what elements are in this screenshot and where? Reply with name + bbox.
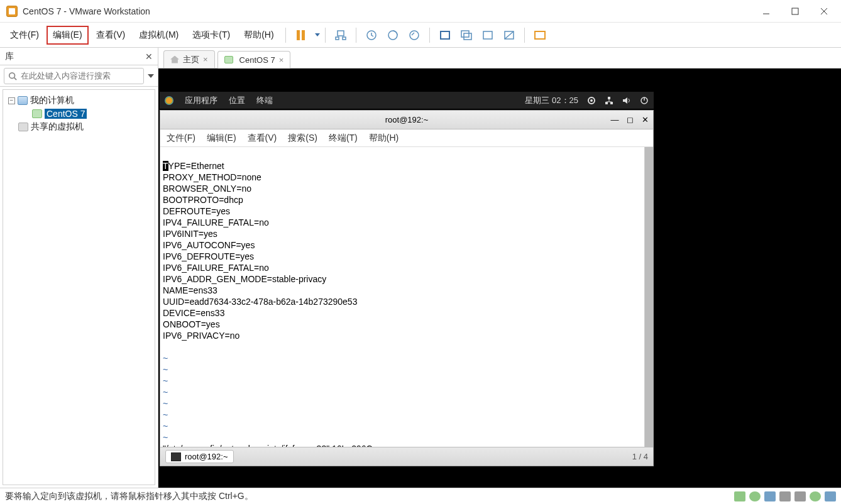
menu-tabs[interactable]: 选项卡(T) [186, 26, 236, 45]
terminal-close-button[interactable]: ✕ [640, 116, 649, 124]
tree-shared-label: 共享的虚拟机 [31, 121, 84, 133]
activities-icon[interactable] [165, 96, 173, 105]
shared-icon [18, 123, 28, 131]
tree-my-computer-label: 我的计算机 [30, 95, 74, 106]
svg-rect-4 [338, 31, 344, 36]
send-ctrl-alt-del-icon[interactable] [333, 28, 348, 43]
panel-datetime[interactable]: 星期三 02：25 [525, 95, 578, 106]
tray-usb-icon[interactable] [779, 491, 791, 501]
tray-printer-icon[interactable] [794, 491, 806, 501]
tray-cd-icon[interactable] [749, 491, 761, 501]
menu-vm[interactable]: 虚拟机(M) [133, 26, 185, 45]
snapshot-manager-icon[interactable] [385, 28, 400, 43]
tab-home[interactable]: 主页 × [163, 50, 215, 68]
library-title: 库 [5, 51, 14, 62]
stretch-icon[interactable] [480, 28, 495, 43]
tray-sound-icon[interactable] [810, 491, 821, 501]
menu-help[interactable]: 帮助(H) [238, 26, 280, 45]
unity-icon[interactable] [459, 28, 474, 43]
svg-point-22 [590, 99, 593, 102]
search-input-wrapper[interactable] [4, 68, 144, 84]
tray-display-icon[interactable] [825, 491, 836, 501]
term-menu-edit[interactable]: 编辑(E) [207, 133, 236, 144]
term-menu-help[interactable]: 帮助(H) [369, 133, 399, 144]
term-menu-search[interactable]: 搜索(S) [288, 133, 317, 144]
term-menu-file[interactable]: 文件(F) [167, 133, 195, 144]
volume-icon[interactable] [622, 96, 631, 105]
tab-centos[interactable]: CentOS 7 × [217, 51, 291, 68]
tab-bar: 主页 × CentOS 7 × [158, 48, 841, 68]
taskbar-item-terminal[interactable]: root@192:~ [165, 450, 234, 463]
minimize-button[interactable] [752, 0, 781, 23]
terminal-taskbar: root@192:~ 1 / 4 [160, 447, 653, 466]
tab-home-label: 主页 [183, 54, 199, 65]
terminal-content[interactable]: TYPE=Ethernet PROXY_METHOD=none BROWSER_… [160, 147, 653, 447]
power-icon[interactable] [640, 96, 649, 105]
record-icon[interactable] [587, 96, 596, 105]
tree-collapse-icon[interactable]: − [8, 97, 15, 104]
power-dropdown[interactable] [315, 33, 320, 36]
terminal-minimize-button[interactable]: — [610, 116, 619, 124]
svg-rect-1 [792, 8, 798, 14]
panel-terminal[interactable]: 终端 [256, 95, 273, 106]
tree-my-computer[interactable]: − 我的计算机 [6, 94, 152, 107]
terminal-title: root@192:~ [385, 115, 429, 124]
library-tree: − 我的计算机 CentOS 7 共享的虚拟机 [3, 89, 155, 485]
svg-rect-14 [483, 31, 492, 39]
status-tray [734, 491, 836, 501]
status-bar: 要将输入定向到该虚拟机，请将鼠标指针移入其中或按 Ctrl+G。 [0, 488, 841, 504]
home-icon [170, 56, 179, 63]
tree-item-centos[interactable]: CentOS 7 [6, 107, 152, 120]
status-hint: 要将输入定向到该虚拟机，请将鼠标指针移入其中或按 Ctrl+G。 [5, 491, 253, 502]
library-search-row [0, 65, 158, 87]
computer-icon [18, 96, 28, 105]
terminal-titlebar[interactable]: root@192:~ — ◻ ✕ [160, 111, 653, 129]
vm-icon [224, 56, 233, 63]
tray-disk-icon[interactable] [734, 491, 745, 501]
menu-edit[interactable]: 编辑(E) [47, 26, 89, 45]
terminal-icon [171, 452, 181, 461]
fullscreen-icon[interactable] [437, 28, 453, 43]
tab-home-close[interactable]: × [203, 55, 208, 64]
revert-snapshot-icon[interactable] [407, 28, 422, 43]
svg-rect-25 [610, 102, 613, 104]
library-pane: 库 ✕ − 我的计算机 CentOS 7 共享的虚拟机 [0, 48, 158, 488]
console-view-icon[interactable] [532, 28, 547, 43]
maximize-button[interactable] [781, 0, 810, 23]
search-dropdown-icon[interactable] [148, 74, 154, 78]
tab-centos-close[interactable]: × [279, 55, 284, 65]
library-close-button[interactable]: ✕ [145, 52, 153, 62]
workspace-pager[interactable]: 1 / 4 [632, 452, 648, 461]
svg-rect-5 [336, 37, 339, 40]
terminal-maximize-button[interactable]: ◻ [625, 116, 634, 124]
svg-rect-23 [608, 97, 610, 99]
window-title: CentOS 7 - VMware Workstation [23, 6, 150, 16]
term-menu-terminal[interactable]: 终端(T) [329, 133, 358, 144]
svg-rect-12 [461, 31, 469, 37]
close-button[interactable] [810, 0, 838, 23]
cycle-icon[interactable] [502, 28, 517, 43]
svg-line-16 [505, 31, 514, 39]
tray-network-icon[interactable] [764, 491, 776, 501]
snapshot-icon[interactable] [364, 28, 379, 43]
terminal-window: root@192:~ — ◻ ✕ 文件(F) 编辑(E) 查看(V) 搜索(S)… [160, 110, 654, 466]
terminal-scrollbar[interactable] [644, 147, 653, 447]
window-titlebar: CentOS 7 - VMware Workstation [0, 0, 841, 23]
svg-rect-18 [536, 32, 544, 38]
toolbar-divider [325, 28, 326, 43]
svg-rect-11 [441, 32, 449, 38]
tree-shared-vms[interactable]: 共享的虚拟机 [6, 120, 152, 134]
network-icon[interactable] [605, 96, 613, 105]
taskbar-item-label: root@192:~ [185, 452, 228, 461]
menu-bar: 文件(F) 编辑(E) 查看(V) 虚拟机(M) 选项卡(T) 帮助(H) [0, 23, 841, 48]
search-input[interactable] [21, 71, 140, 80]
menu-view[interactable]: 查看(V) [90, 26, 132, 45]
library-header: 库 ✕ [0, 48, 158, 65]
pause-button[interactable] [294, 28, 309, 43]
panel-applications[interactable]: 应用程序 [185, 95, 217, 106]
term-menu-view[interactable]: 查看(V) [248, 133, 277, 144]
toolbar-divider [429, 28, 430, 43]
panel-places[interactable]: 位置 [229, 95, 245, 106]
menu-file[interactable]: 文件(F) [4, 26, 45, 45]
svg-line-20 [14, 77, 17, 80]
